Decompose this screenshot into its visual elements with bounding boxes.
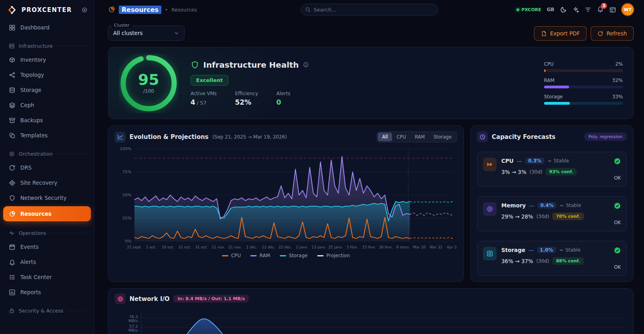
forecast-name: CPU [501,158,514,164]
health-status-badge: Excellent [190,75,228,86]
info-icon[interactable] [303,62,309,68]
sidebar-item-alerts[interactable]: Alerts [0,254,94,270]
action-buttons: Export PDF Refresh [534,26,634,41]
sidebar-item-label: Backups [20,117,43,123]
panel-icon[interactable] [609,6,616,13]
svg-text:13 janv.: 13 janv. [312,245,326,249]
sidebar-item-site-recovery[interactable]: Site Recovery [0,175,94,190]
pulse-icon [9,230,15,236]
health-gauge: 95 /100 [119,53,179,113]
app-title: PROXCENTER [22,6,72,14]
tab-storage[interactable]: Storage [429,133,456,141]
sidebar-item-label: Storage [20,87,41,93]
moon-icon[interactable] [560,6,567,13]
status-ok: OK [614,220,621,225]
pie-icon [9,211,16,217]
regression-badge: Poly. regression [584,133,627,141]
search-icon [305,7,310,12]
sidebar-item-templates[interactable]: Templates [0,128,94,143]
sidebar-item-network-security[interactable]: Network Security [0,190,94,205]
section-label: Operations [19,230,46,236]
sidebar-item-backups[interactable]: Backups [0,113,94,128]
chart-bar-icon [9,289,16,296]
forecast-name: Memory [501,202,526,209]
evolution-chart: 0%25%50%75%100%21 sept.1 oct.10 oct.21 o… [115,146,457,252]
dash: — [528,247,534,253]
sparkles-icon[interactable] [572,6,579,13]
search-input[interactable] [300,4,438,16]
page-icon [108,6,115,13]
health-meters: CPU2% RAM32% Storage33% [544,61,623,105]
tab-cpu[interactable]: CPU [392,133,410,141]
logo: PROXCENTER [0,0,94,20]
stat-efficiency: Efficiency 52% [235,91,258,106]
sidebar-item-storage[interactable]: Storage [0,82,94,98]
svg-text:9 mars: 9 mars [396,245,409,249]
trend-label: Stable [560,203,581,208]
sidebar-item-events[interactable]: Events [0,239,94,254]
forecast-name: Storage [501,247,525,253]
env-badge: PXCORE [516,7,541,12]
sidebar-item-label: Site Recovery [20,180,57,186]
series-tabs: All CPU RAM Storage [377,131,457,143]
svg-text:0%: 0% [125,239,132,243]
sidebar-item-label: Topology [20,72,44,78]
fast-forward-icon [483,158,497,171]
sidebar-item-label: Network Security [20,195,67,201]
forecasts-title: Capacity Forecasts [492,133,556,141]
sidebar-item-dashboard[interactable]: Dashboard [0,20,94,35]
locale-toggle[interactable]: GB [547,7,554,12]
evolution-title: Evolution & Projections [130,133,208,141]
sidebar-item-topology[interactable]: Topology [0,67,94,82]
shield-icon [190,61,199,69]
filter-list-icon[interactable] [585,6,591,13]
svg-text:75%: 75% [122,170,132,174]
controls-row: Cluster All clusters Export PDF Refresh [108,25,634,41]
shield-icon [9,195,16,201]
svg-text:MB/s: MB/s [128,318,138,323]
tab-all[interactable]: All [378,133,392,141]
svg-text:1 déc.: 1 déc. [246,245,257,249]
svg-text:11 nov.: 11 nov. [212,245,225,249]
health-score-max: /100 [143,88,154,94]
status-dot-icon [516,8,519,11]
cluster-value: All clusters [113,30,143,36]
notifications-button[interactable]: 3 [597,6,604,14]
stable-icon [559,248,564,252]
refresh-button[interactable]: Refresh [591,26,634,41]
stable-icon [560,203,564,208]
capacity-forecasts-card: Capacity Forecasts Poly. regression CPU … [470,125,634,282]
search-box [300,4,438,16]
sidebar-item-drs[interactable]: DRS [0,160,94,175]
network-chart: 76.3MB/s57.2MB/s [115,307,627,334]
section-label: Infrastructure [19,43,53,49]
database-icon [9,87,16,94]
sidebar-item-label: Resources [20,211,51,217]
sidebar-item-label: Alerts [20,259,36,265]
svg-text:25 janv.: 25 janv. [328,245,343,249]
svg-text:2 janv.: 2 janv. [296,245,308,249]
sidebar-item-task-center[interactable]: Task Center [0,270,94,285]
logo-icon [6,5,18,15]
tab-ram[interactable]: RAM [410,133,429,141]
forecast-range: 3% → 3% [501,169,526,175]
sidebar-item-inventory[interactable]: Inventory [0,52,94,67]
sidebar-item-ceph[interactable]: Ceph [0,98,94,113]
forecast-delta: 1.0% [537,247,556,253]
svg-text:21 sept.: 21 sept. [127,245,142,249]
sidebar-section-infrastructure: Infrastructure [0,35,94,52]
dashboard-icon [9,24,16,31]
sidebar-item-reports[interactable]: Reports [0,285,94,300]
svg-text:100%: 100% [120,146,132,151]
svg-text:MB/s: MB/s [128,328,138,332]
infrastructure-health-card: 95 /100 Infrastructure Health Excellent … [108,47,634,119]
forecast-delta: 0.4% [538,202,556,209]
export-pdf-button[interactable]: Export PDF [534,26,587,41]
sidebar-toggle-icon[interactable] [81,7,88,13]
svg-text:1 oct.: 1 oct. [146,245,157,249]
divider [57,154,87,154]
avatar[interactable]: WT [622,4,634,16]
sidebar-item-label: Task Center [20,274,52,280]
topology-icon [9,72,16,78]
sidebar-item-resources[interactable]: Resources [3,206,91,221]
